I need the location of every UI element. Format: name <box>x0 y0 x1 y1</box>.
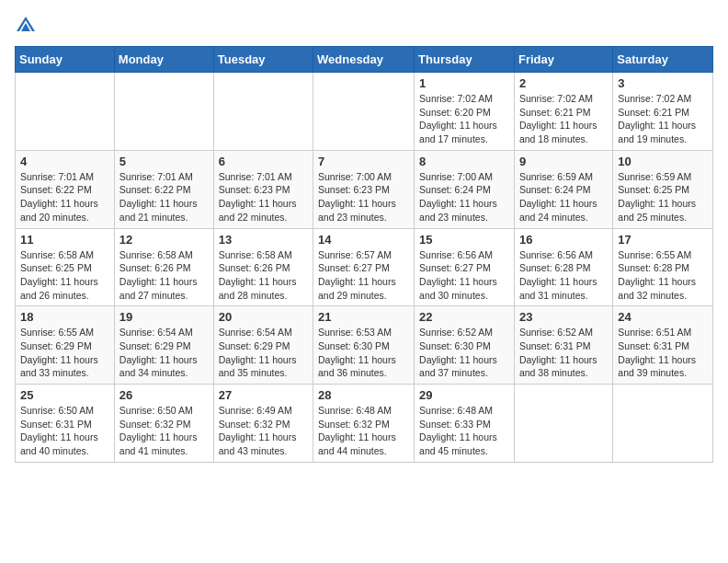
day-number: 23 <box>519 310 608 324</box>
day-info: Sunrise: 6:48 AM Sunset: 6:32 PM Dayligh… <box>318 404 409 458</box>
day-number: 22 <box>419 310 509 324</box>
calendar-cell: 19Sunrise: 6:54 AM Sunset: 6:29 PM Dayli… <box>114 306 213 385</box>
calendar-week-row: 18Sunrise: 6:55 AM Sunset: 6:29 PM Dayli… <box>16 306 713 385</box>
day-number: 29 <box>419 388 509 402</box>
day-info: Sunrise: 6:58 AM Sunset: 6:25 PM Dayligh… <box>20 248 109 303</box>
calendar-week-row: 25Sunrise: 6:50 AM Sunset: 6:31 PM Dayli… <box>16 385 713 463</box>
day-info: Sunrise: 6:59 AM Sunset: 6:25 PM Dayligh… <box>618 170 708 224</box>
day-number: 11 <box>20 233 109 247</box>
day-number: 19 <box>119 310 209 324</box>
day-number: 5 <box>119 155 209 168</box>
calendar-cell: 27Sunrise: 6:49 AM Sunset: 6:32 PM Dayli… <box>213 385 313 463</box>
day-info: Sunrise: 6:57 AM Sunset: 6:27 PM Dayligh… <box>318 248 409 303</box>
calendar-cell: 18Sunrise: 6:55 AM Sunset: 6:29 PM Dayli… <box>16 306 115 385</box>
day-header-monday: Monday <box>114 47 213 73</box>
day-info: Sunrise: 6:49 AM Sunset: 6:32 PM Dayligh… <box>219 404 308 458</box>
day-info: Sunrise: 6:54 AM Sunset: 6:29 PM Dayligh… <box>119 326 209 380</box>
day-number: 26 <box>119 388 209 402</box>
day-number: 28 <box>318 388 409 402</box>
day-info: Sunrise: 6:55 AM Sunset: 6:28 PM Dayligh… <box>618 248 708 303</box>
day-number: 2 <box>519 76 608 90</box>
day-info: Sunrise: 7:02 AM Sunset: 6:21 PM Dayligh… <box>618 92 708 146</box>
day-number: 24 <box>618 310 708 324</box>
day-number: 3 <box>618 76 708 90</box>
calendar-cell <box>114 73 213 151</box>
calendar-cell: 7Sunrise: 7:00 AM Sunset: 6:23 PM Daylig… <box>313 150 415 228</box>
day-info: Sunrise: 7:01 AM Sunset: 6:23 PM Dayligh… <box>219 170 308 224</box>
day-info: Sunrise: 6:51 AM Sunset: 6:31 PM Dayligh… <box>618 326 708 380</box>
day-info: Sunrise: 6:56 AM Sunset: 6:28 PM Dayligh… <box>519 248 608 303</box>
day-info: Sunrise: 6:58 AM Sunset: 6:26 PM Dayligh… <box>119 248 209 303</box>
calendar-table: SundayMondayTuesdayWednesdayThursdayFrid… <box>15 46 713 463</box>
day-header-sunday: Sunday <box>16 47 115 73</box>
calendar-cell <box>213 73 313 151</box>
day-number: 9 <box>519 155 608 168</box>
calendar-cell: 15Sunrise: 6:56 AM Sunset: 6:27 PM Dayli… <box>415 228 515 306</box>
calendar-header-row: SundayMondayTuesdayWednesdayThursdayFrid… <box>16 47 713 73</box>
day-info: Sunrise: 6:48 AM Sunset: 6:33 PM Dayligh… <box>419 404 509 458</box>
day-info: Sunrise: 7:02 AM Sunset: 6:20 PM Dayligh… <box>419 92 509 146</box>
day-header-friday: Friday <box>514 47 612 73</box>
day-number: 15 <box>419 233 509 247</box>
day-number: 7 <box>318 155 409 168</box>
calendar-cell: 2Sunrise: 7:02 AM Sunset: 6:21 PM Daylig… <box>514 73 612 151</box>
day-header-thursday: Thursday <box>415 47 515 73</box>
calendar-cell: 11Sunrise: 6:58 AM Sunset: 6:25 PM Dayli… <box>16 228 115 306</box>
day-number: 13 <box>219 233 308 247</box>
day-info: Sunrise: 6:58 AM Sunset: 6:26 PM Dayligh… <box>219 248 308 303</box>
calendar-cell: 25Sunrise: 6:50 AM Sunset: 6:31 PM Dayli… <box>16 385 115 463</box>
calendar-cell: 16Sunrise: 6:56 AM Sunset: 6:28 PM Dayli… <box>514 228 612 306</box>
day-number: 4 <box>20 155 109 168</box>
day-info: Sunrise: 7:02 AM Sunset: 6:21 PM Dayligh… <box>519 92 608 146</box>
calendar-cell: 9Sunrise: 6:59 AM Sunset: 6:24 PM Daylig… <box>514 150 612 228</box>
calendar-cell <box>514 385 612 463</box>
day-number: 21 <box>318 310 409 324</box>
calendar-cell: 22Sunrise: 6:52 AM Sunset: 6:30 PM Dayli… <box>415 306 515 385</box>
calendar-cell <box>16 73 115 151</box>
day-number: 20 <box>219 310 308 324</box>
day-number: 27 <box>219 388 308 402</box>
day-number: 12 <box>119 233 209 247</box>
calendar-cell: 23Sunrise: 6:52 AM Sunset: 6:31 PM Dayli… <box>514 306 612 385</box>
day-info: Sunrise: 6:56 AM Sunset: 6:27 PM Dayligh… <box>419 248 509 303</box>
calendar-week-row: 11Sunrise: 6:58 AM Sunset: 6:25 PM Dayli… <box>16 228 713 306</box>
day-number: 17 <box>618 233 708 247</box>
calendar-cell: 6Sunrise: 7:01 AM Sunset: 6:23 PM Daylig… <box>213 150 313 228</box>
day-number: 1 <box>419 76 509 90</box>
calendar-cell: 13Sunrise: 6:58 AM Sunset: 6:26 PM Dayli… <box>213 228 313 306</box>
day-info: Sunrise: 6:52 AM Sunset: 6:30 PM Dayligh… <box>419 326 509 380</box>
day-info: Sunrise: 6:50 AM Sunset: 6:31 PM Dayligh… <box>20 404 109 458</box>
logo-icon <box>15 15 37 37</box>
calendar-cell: 4Sunrise: 7:01 AM Sunset: 6:22 PM Daylig… <box>16 150 115 228</box>
day-info: Sunrise: 7:00 AM Sunset: 6:23 PM Dayligh… <box>318 170 409 224</box>
day-info: Sunrise: 7:00 AM Sunset: 6:24 PM Dayligh… <box>419 170 509 224</box>
calendar-cell: 21Sunrise: 6:53 AM Sunset: 6:30 PM Dayli… <box>313 306 415 385</box>
day-info: Sunrise: 6:54 AM Sunset: 6:29 PM Dayligh… <box>219 326 308 380</box>
page-header <box>15 15 713 37</box>
calendar-cell: 28Sunrise: 6:48 AM Sunset: 6:32 PM Dayli… <box>313 385 415 463</box>
day-info: Sunrise: 6:53 AM Sunset: 6:30 PM Dayligh… <box>318 326 409 380</box>
calendar-week-row: 1Sunrise: 7:02 AM Sunset: 6:20 PM Daylig… <box>16 73 713 151</box>
day-number: 14 <box>318 233 409 247</box>
day-header-wednesday: Wednesday <box>313 47 415 73</box>
day-info: Sunrise: 7:01 AM Sunset: 6:22 PM Dayligh… <box>119 170 209 224</box>
calendar-cell: 29Sunrise: 6:48 AM Sunset: 6:33 PM Dayli… <box>415 385 515 463</box>
calendar-cell <box>313 73 415 151</box>
calendar-week-row: 4Sunrise: 7:01 AM Sunset: 6:22 PM Daylig… <box>16 150 713 228</box>
calendar-cell: 5Sunrise: 7:01 AM Sunset: 6:22 PM Daylig… <box>114 150 213 228</box>
day-header-tuesday: Tuesday <box>213 47 313 73</box>
day-info: Sunrise: 6:55 AM Sunset: 6:29 PM Dayligh… <box>20 326 109 380</box>
day-number: 25 <box>20 388 109 402</box>
day-number: 10 <box>618 155 708 168</box>
calendar-cell: 14Sunrise: 6:57 AM Sunset: 6:27 PM Dayli… <box>313 228 415 306</box>
calendar-cell: 17Sunrise: 6:55 AM Sunset: 6:28 PM Dayli… <box>613 228 713 306</box>
day-info: Sunrise: 6:59 AM Sunset: 6:24 PM Dayligh… <box>519 170 608 224</box>
day-number: 18 <box>20 310 109 324</box>
calendar-cell: 24Sunrise: 6:51 AM Sunset: 6:31 PM Dayli… <box>613 306 713 385</box>
calendar-cell: 3Sunrise: 7:02 AM Sunset: 6:21 PM Daylig… <box>613 73 713 151</box>
day-info: Sunrise: 6:52 AM Sunset: 6:31 PM Dayligh… <box>519 326 608 380</box>
day-info: Sunrise: 7:01 AM Sunset: 6:22 PM Dayligh… <box>20 170 109 224</box>
calendar-cell <box>613 385 713 463</box>
logo <box>15 15 40 37</box>
calendar-cell: 1Sunrise: 7:02 AM Sunset: 6:20 PM Daylig… <box>415 73 515 151</box>
